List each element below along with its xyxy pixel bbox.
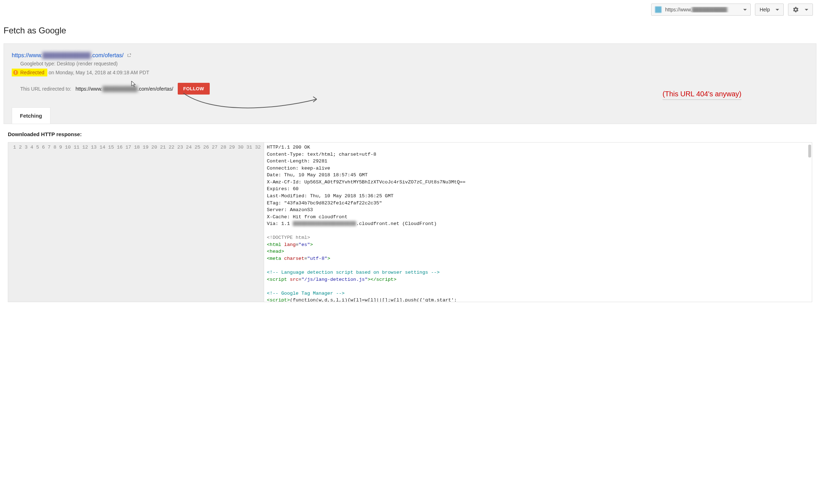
- chevron-down-icon: [805, 9, 808, 11]
- top-bar: https://www.██████████ Help: [0, 0, 820, 19]
- annotation-text: (This URL 404's anyway): [663, 90, 741, 100]
- settings-button[interactable]: [788, 4, 813, 16]
- fetched-url-row: https://www.████████████.com/ofertas/: [12, 52, 808, 59]
- chevron-down-icon: [743, 9, 747, 11]
- help-label: Help: [760, 7, 770, 12]
- tab-fetching[interactable]: Fetching: [12, 107, 50, 124]
- fetch-details-panel: https://www.████████████.com/ofertas/ Go…: [4, 43, 816, 124]
- gear-icon: [793, 6, 799, 13]
- code-gutter: 1 2 3 4 5 6 7 8 9 10 11 12 13 14 15 16 1…: [8, 143, 264, 302]
- chevron-down-icon: [776, 9, 779, 11]
- external-link-icon: [127, 53, 132, 58]
- redirect-label: This URL redirected to:: [20, 86, 71, 92]
- site-selector-label: https://www.██████████: [665, 7, 740, 12]
- status-line: ! Redirected on Monday, May 14, 2018 at …: [12, 69, 808, 76]
- googlebot-type-label: Googlebot type: Desktop (render requeste…: [20, 61, 808, 66]
- page-title: Fetch as Google: [0, 19, 820, 43]
- warning-icon: !: [13, 70, 18, 75]
- help-button[interactable]: Help: [755, 4, 784, 16]
- response-heading: Downloaded HTTP response:: [8, 131, 812, 137]
- http-response-code[interactable]: 1 2 3 4 5 6 7 8 9 10 11 12 13 14 15 16 1…: [8, 142, 812, 302]
- redirect-target: https://www.██████████.com/en/ofertas/: [75, 86, 173, 92]
- status-timestamp: on Monday, May 14, 2018 at 4:09:18 AM PD…: [49, 70, 149, 75]
- status-badge: ! Redirected: [12, 69, 47, 76]
- status-word: Redirected: [20, 70, 44, 75]
- fetched-url-link[interactable]: https://www.████████████.com/ofertas/: [12, 52, 124, 59]
- response-section: Downloaded HTTP response: 1 2 3 4 5 6 7 …: [0, 124, 820, 302]
- tabs: Fetching: [12, 107, 808, 124]
- code-content[interactable]: HTTP/1.1 200 OK Content-Type: text/html;…: [264, 143, 812, 302]
- site-selector[interactable]: https://www.██████████: [651, 4, 751, 16]
- scrollbar-thumb[interactable]: [808, 145, 811, 157]
- site-favicon-icon: [655, 6, 661, 13]
- follow-button[interactable]: FOLLOW: [178, 83, 210, 95]
